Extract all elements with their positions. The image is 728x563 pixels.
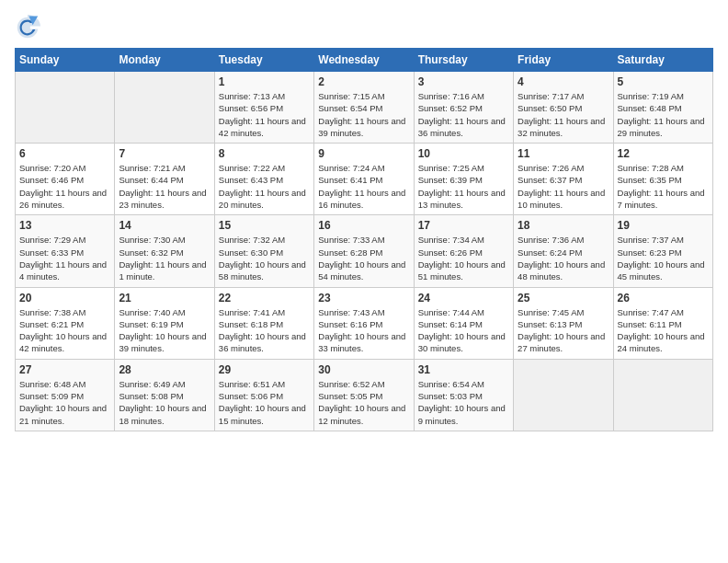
calendar-cell: 23Sunrise: 7:43 AM Sunset: 6:16 PM Dayli… xyxy=(314,287,414,359)
day-number: 5 xyxy=(618,75,709,88)
calendar-header: SundayMondayTuesdayWednesdayThursdayFrid… xyxy=(16,49,713,72)
day-number: 21 xyxy=(119,292,210,304)
day-info: Sunrise: 6:54 AM Sunset: 5:03 PM Dayligh… xyxy=(418,378,509,427)
day-number: 19 xyxy=(618,219,709,232)
day-info: Sunrise: 7:38 AM Sunset: 6:21 PM Dayligh… xyxy=(19,306,110,355)
day-info: Sunrise: 7:40 AM Sunset: 6:19 PM Dayligh… xyxy=(119,306,210,355)
calendar-cell: 13Sunrise: 7:29 AM Sunset: 6:33 PM Dayli… xyxy=(16,215,115,287)
day-info: Sunrise: 7:36 AM Sunset: 6:24 PM Dayligh… xyxy=(518,234,609,282)
calendar-cell: 15Sunrise: 7:32 AM Sunset: 6:30 PM Dayli… xyxy=(214,215,313,287)
calendar-cell: 7Sunrise: 7:21 AM Sunset: 6:44 PM Daylig… xyxy=(115,144,214,215)
day-number: 12 xyxy=(618,147,709,160)
day-info: Sunrise: 7:22 AM Sunset: 6:43 PM Dayligh… xyxy=(219,162,310,211)
day-info: Sunrise: 7:20 AM Sunset: 6:46 PM Dayligh… xyxy=(19,162,110,211)
day-info: Sunrise: 7:45 AM Sunset: 6:13 PM Dayligh… xyxy=(518,306,609,355)
day-info: Sunrise: 7:37 AM Sunset: 6:23 PM Dayligh… xyxy=(618,234,709,282)
day-info: Sunrise: 6:49 AM Sunset: 5:08 PM Dayligh… xyxy=(119,378,210,427)
day-number: 4 xyxy=(518,75,609,88)
calendar-cell: 6Sunrise: 7:20 AM Sunset: 6:46 PM Daylig… xyxy=(16,144,115,215)
calendar-cell: 19Sunrise: 7:37 AM Sunset: 6:23 PM Dayli… xyxy=(613,215,712,287)
calendar-cell xyxy=(16,72,115,144)
calendar-cell xyxy=(514,359,613,431)
day-info: Sunrise: 7:29 AM Sunset: 6:33 PM Dayligh… xyxy=(19,234,110,282)
calendar-body: 1Sunrise: 7:13 AM Sunset: 6:56 PM Daylig… xyxy=(16,72,713,431)
calendar-cell: 9Sunrise: 7:24 AM Sunset: 6:41 PM Daylig… xyxy=(314,144,414,215)
day-number: 22 xyxy=(219,292,310,304)
calendar-cell: 14Sunrise: 7:30 AM Sunset: 6:32 PM Dayli… xyxy=(115,215,214,287)
calendar-cell: 1Sunrise: 7:13 AM Sunset: 6:56 PM Daylig… xyxy=(214,72,313,144)
calendar-cell: 8Sunrise: 7:22 AM Sunset: 6:43 PM Daylig… xyxy=(214,144,313,215)
calendar-cell: 3Sunrise: 7:16 AM Sunset: 6:52 PM Daylig… xyxy=(414,72,513,144)
calendar-cell: 2Sunrise: 7:15 AM Sunset: 6:54 PM Daylig… xyxy=(314,72,414,144)
calendar-cell: 30Sunrise: 6:52 AM Sunset: 5:05 PM Dayli… xyxy=(314,359,414,431)
day-info: Sunrise: 7:16 AM Sunset: 6:52 PM Dayligh… xyxy=(418,90,509,139)
day-info: Sunrise: 7:21 AM Sunset: 6:44 PM Dayligh… xyxy=(119,162,210,211)
day-info: Sunrise: 7:43 AM Sunset: 6:16 PM Dayligh… xyxy=(318,306,409,355)
day-number: 13 xyxy=(19,219,110,232)
calendar-cell: 10Sunrise: 7:25 AM Sunset: 6:39 PM Dayli… xyxy=(414,144,513,215)
day-info: Sunrise: 7:24 AM Sunset: 6:41 PM Dayligh… xyxy=(318,162,409,211)
day-number: 25 xyxy=(518,292,609,304)
day-info: Sunrise: 7:17 AM Sunset: 6:50 PM Dayligh… xyxy=(518,90,609,139)
calendar-cell: 4Sunrise: 7:17 AM Sunset: 6:50 PM Daylig… xyxy=(514,72,613,144)
day-number: 20 xyxy=(19,292,110,304)
day-header-wednesday: Wednesday xyxy=(314,49,414,72)
day-number: 29 xyxy=(219,363,310,376)
day-info: Sunrise: 6:52 AM Sunset: 5:05 PM Dayligh… xyxy=(318,378,409,427)
day-info: Sunrise: 7:47 AM Sunset: 6:11 PM Dayligh… xyxy=(618,306,709,355)
week-row-2: 6Sunrise: 7:20 AM Sunset: 6:46 PM Daylig… xyxy=(16,144,713,215)
day-info: Sunrise: 7:44 AM Sunset: 6:14 PM Dayligh… xyxy=(418,306,509,355)
page-header xyxy=(15,15,713,40)
day-number: 8 xyxy=(219,147,310,160)
day-info: Sunrise: 7:13 AM Sunset: 6:56 PM Dayligh… xyxy=(219,90,310,139)
day-header-thursday: Thursday xyxy=(414,49,513,72)
day-number: 17 xyxy=(418,219,509,232)
day-header-friday: Friday xyxy=(514,49,613,72)
day-number: 1 xyxy=(219,75,310,88)
header-row: SundayMondayTuesdayWednesdayThursdayFrid… xyxy=(16,49,713,72)
day-header-sunday: Sunday xyxy=(16,49,115,72)
calendar-cell: 17Sunrise: 7:34 AM Sunset: 6:26 PM Dayli… xyxy=(414,215,513,287)
day-number: 24 xyxy=(418,292,509,304)
day-header-saturday: Saturday xyxy=(613,49,712,72)
day-info: Sunrise: 7:33 AM Sunset: 6:28 PM Dayligh… xyxy=(318,234,409,282)
day-info: Sunrise: 7:15 AM Sunset: 6:54 PM Dayligh… xyxy=(318,90,409,139)
calendar-table: SundayMondayTuesdayWednesdayThursdayFrid… xyxy=(15,48,713,431)
day-number: 14 xyxy=(119,219,210,232)
logo-icon xyxy=(15,15,40,40)
day-header-tuesday: Tuesday xyxy=(214,49,313,72)
calendar-cell: 24Sunrise: 7:44 AM Sunset: 6:14 PM Dayli… xyxy=(414,287,513,359)
calendar-cell: 5Sunrise: 7:19 AM Sunset: 6:48 PM Daylig… xyxy=(613,72,712,144)
calendar-cell: 20Sunrise: 7:38 AM Sunset: 6:21 PM Dayli… xyxy=(16,287,115,359)
week-row-1: 1Sunrise: 7:13 AM Sunset: 6:56 PM Daylig… xyxy=(16,72,713,144)
day-number: 31 xyxy=(418,363,509,376)
day-number: 30 xyxy=(318,363,409,376)
day-number: 10 xyxy=(418,147,509,160)
day-info: Sunrise: 6:48 AM Sunset: 5:09 PM Dayligh… xyxy=(19,378,110,427)
day-number: 27 xyxy=(19,363,110,376)
day-number: 6 xyxy=(19,147,110,160)
day-info: Sunrise: 7:19 AM Sunset: 6:48 PM Dayligh… xyxy=(618,90,709,139)
day-info: Sunrise: 7:30 AM Sunset: 6:32 PM Dayligh… xyxy=(119,234,210,282)
week-row-3: 13Sunrise: 7:29 AM Sunset: 6:33 PM Dayli… xyxy=(16,215,713,287)
calendar-cell: 29Sunrise: 6:51 AM Sunset: 5:06 PM Dayli… xyxy=(214,359,313,431)
day-info: Sunrise: 6:51 AM Sunset: 5:06 PM Dayligh… xyxy=(219,378,310,427)
day-number: 23 xyxy=(318,292,409,304)
calendar-cell: 18Sunrise: 7:36 AM Sunset: 6:24 PM Dayli… xyxy=(514,215,613,287)
calendar-cell: 12Sunrise: 7:28 AM Sunset: 6:35 PM Dayli… xyxy=(613,144,712,215)
day-number: 16 xyxy=(318,219,409,232)
logo xyxy=(15,15,44,40)
calendar-cell: 16Sunrise: 7:33 AM Sunset: 6:28 PM Dayli… xyxy=(314,215,414,287)
day-info: Sunrise: 7:25 AM Sunset: 6:39 PM Dayligh… xyxy=(418,162,509,211)
calendar-cell: 27Sunrise: 6:48 AM Sunset: 5:09 PM Dayli… xyxy=(16,359,115,431)
day-number: 26 xyxy=(618,292,709,304)
calendar-cell: 26Sunrise: 7:47 AM Sunset: 6:11 PM Dayli… xyxy=(613,287,712,359)
day-number: 2 xyxy=(318,75,409,88)
day-number: 7 xyxy=(119,147,210,160)
calendar-cell xyxy=(613,359,712,431)
calendar-cell: 25Sunrise: 7:45 AM Sunset: 6:13 PM Dayli… xyxy=(514,287,613,359)
day-info: Sunrise: 7:34 AM Sunset: 6:26 PM Dayligh… xyxy=(418,234,509,282)
day-number: 18 xyxy=(518,219,609,232)
calendar-cell: 11Sunrise: 7:26 AM Sunset: 6:37 PM Dayli… xyxy=(514,144,613,215)
calendar-cell: 22Sunrise: 7:41 AM Sunset: 6:18 PM Dayli… xyxy=(214,287,313,359)
